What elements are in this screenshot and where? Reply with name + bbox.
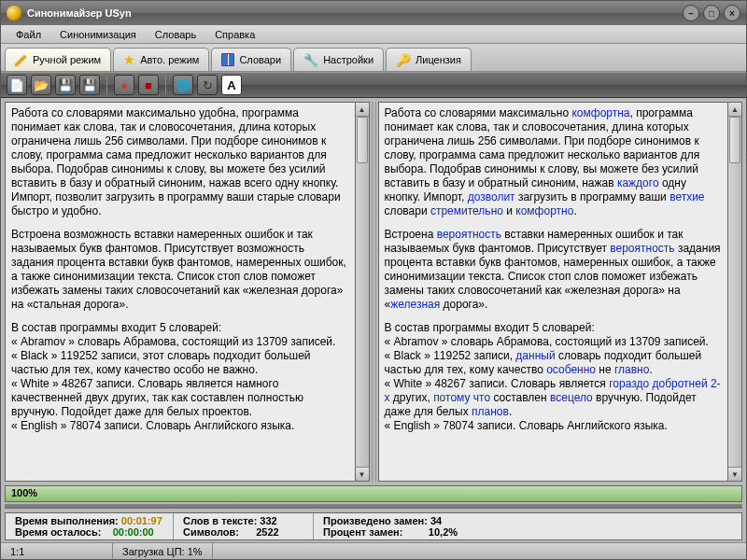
tab-dictionaries[interactable]: Словари xyxy=(211,48,291,71)
source-text-pane[interactable]: Работа со словарями максимально удобна, … xyxy=(5,102,356,482)
words-value: 332 xyxy=(260,515,276,526)
scroll-track[interactable] xyxy=(356,117,369,467)
close-button[interactable]: × xyxy=(724,5,740,21)
key-icon: 🔑 xyxy=(396,53,411,67)
synonym: дозволит xyxy=(468,190,515,203)
text-paragraph: Встроена возможность вставки намеренных … xyxy=(11,228,349,312)
synonym: данный xyxy=(515,349,555,362)
elapsed-value: 00:01:97 xyxy=(121,515,162,526)
pct-value: 10,2% xyxy=(429,526,458,538)
text-paragraph: Работа со словарями максимально удобна, … xyxy=(11,106,349,218)
scrollbar-left[interactable]: ▲ ▼ xyxy=(356,102,370,482)
progress-bar: 100% xyxy=(5,485,742,502)
menu-bar: Файл Синонимизация Словарь Справка xyxy=(1,25,746,44)
status-cpu: Загрузка ЦП: 1% xyxy=(113,543,213,559)
refresh-button[interactable]: ↻ xyxy=(197,75,218,95)
minimize-button[interactable]: – xyxy=(683,5,699,21)
tab-label: Словари xyxy=(239,54,281,65)
tab-label: Лицензия xyxy=(416,54,461,65)
star-icon: ★ xyxy=(123,53,135,66)
maximize-button[interactable]: □ xyxy=(703,5,720,21)
stats-panel: Время выполнения: 00:01:97 Время осталос… xyxy=(5,512,742,540)
tab-bar: Ручной режим ★ Авто. режим Словари 🔧 Нас… xyxy=(1,44,746,72)
open-button[interactable]: 📂 xyxy=(31,75,51,95)
scroll-track[interactable] xyxy=(728,117,741,467)
stats-time-cell: Время выполнения: 00:01:97 Время осталос… xyxy=(6,513,174,539)
book-icon xyxy=(221,53,234,66)
text-paragraph: Встроена вероятность вставки намеренных … xyxy=(385,228,723,312)
scroll-up-button[interactable]: ▲ xyxy=(356,103,369,117)
synonym: каждого xyxy=(617,176,659,189)
tab-label: Ручной режим xyxy=(33,54,101,65)
tab-settings[interactable]: 🔧 Настройки xyxy=(293,48,384,71)
app-icon xyxy=(7,6,21,21)
synonym: железная xyxy=(390,298,440,311)
window-title: Синонимайзер USyn xyxy=(27,7,679,19)
font-button[interactable]: A xyxy=(221,75,242,95)
left-pane-wrap: Работа со словарями максимально удобна, … xyxy=(5,102,370,482)
synonym: комфортно xyxy=(515,204,573,217)
synonym: планов xyxy=(472,405,509,418)
tab-label: Авто. режим xyxy=(140,54,199,65)
menu-file[interactable]: Файл xyxy=(7,27,50,42)
toolbar: 📄 📂 💾 💾 ● ■ 🌐 ↻ A xyxy=(1,72,746,98)
save-as-button[interactable]: 💾 xyxy=(79,75,100,95)
progress-fill xyxy=(6,486,741,501)
toolbar-separator xyxy=(165,76,166,94)
stats-divider xyxy=(5,504,742,509)
tab-label: Настройки xyxy=(323,54,374,65)
new-button[interactable]: 📄 xyxy=(7,75,27,95)
pencil-icon xyxy=(15,53,28,66)
scroll-down-button[interactable]: ▼ xyxy=(356,467,369,481)
tab-license[interactable]: 🔑 Лицензия xyxy=(386,48,472,71)
synonym: всецело xyxy=(550,391,593,404)
menu-help[interactable]: Справка xyxy=(205,27,264,42)
replace-value: 34 xyxy=(430,515,442,526)
globe-button[interactable]: 🌐 xyxy=(173,75,193,95)
synonym: комфортна xyxy=(571,106,629,119)
stats-replace-cell: Произведено замен: 34 Процент замен: 10,… xyxy=(314,513,741,539)
stop-button[interactable]: ■ xyxy=(138,75,159,95)
tab-auto-mode[interactable]: ★ Авто. режим xyxy=(113,48,209,71)
synonym: главно xyxy=(614,363,649,376)
result-text-pane[interactable]: Работа со словарями максимально комфортн… xyxy=(378,102,729,482)
scrollbar-right[interactable]: ▲ ▼ xyxy=(728,102,742,482)
tab-manual-mode[interactable]: Ручной режим xyxy=(5,48,111,71)
menu-dictionary[interactable]: Словарь xyxy=(146,27,205,42)
status-bar: 1:1 Загрузка ЦП: 1% xyxy=(1,542,746,559)
scroll-up-button[interactable]: ▲ xyxy=(728,103,741,117)
progress-label: 100% xyxy=(11,487,37,498)
scroll-thumb[interactable] xyxy=(357,117,368,163)
menu-synonymization[interactable]: Синонимизация xyxy=(50,27,146,42)
title-bar: Синонимайзер USyn – □ × xyxy=(1,1,746,25)
remain-value: 00:00:00 xyxy=(113,526,154,538)
content-area: Работа со словарями максимально удобна, … xyxy=(1,98,746,485)
synonym: вероятность xyxy=(610,242,674,255)
stats-text-cell: Слов в тексте: 332 Символов: 2522 xyxy=(174,513,314,539)
scroll-thumb[interactable] xyxy=(729,117,740,163)
synonym: вероятность xyxy=(437,228,501,241)
save-button[interactable]: 💾 xyxy=(55,75,76,95)
text-paragraph: В состав программы входит 5 словарей: « … xyxy=(11,321,349,433)
status-position: 1:1 xyxy=(1,543,113,559)
right-pane-wrap: Работа со словарями максимально комфортн… xyxy=(378,102,743,482)
app-window: Синонимайзер USyn – □ × Файл Синонимизац… xyxy=(0,0,747,560)
synonym: стремительно xyxy=(430,204,503,217)
record-button[interactable]: ● xyxy=(114,75,134,95)
splitter[interactable] xyxy=(372,102,376,482)
scroll-down-button[interactable]: ▼ xyxy=(728,467,741,481)
synonym: ветхие xyxy=(669,190,704,203)
synonym: потому что xyxy=(433,391,490,404)
chars-value: 2522 xyxy=(256,526,278,538)
text-paragraph: В состав программы входит 5 словарей: « … xyxy=(385,321,723,433)
toolbar-separator xyxy=(106,76,107,94)
synonym: особенно xyxy=(546,363,596,376)
wrench-icon: 🔧 xyxy=(303,53,318,67)
text-paragraph: Работа со словарями максимально комфортн… xyxy=(385,106,723,218)
